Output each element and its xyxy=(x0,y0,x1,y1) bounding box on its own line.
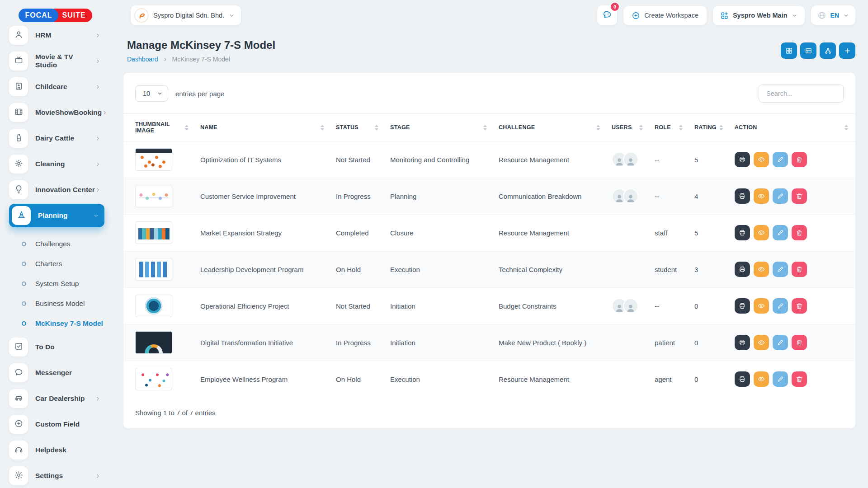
column-header-users[interactable]: USERS xyxy=(607,114,650,141)
headset-icon xyxy=(14,445,24,456)
language-selector[interactable]: EN xyxy=(811,5,855,25)
edit-button[interactable] xyxy=(773,188,788,204)
user-avatar-icon xyxy=(623,188,638,204)
sidebar-item-movieshowbooking[interactable]: MovieShowBooking xyxy=(9,101,104,124)
sidebar-icon-box xyxy=(9,415,28,434)
cell-stage: Planning xyxy=(386,178,494,215)
sort-icon xyxy=(321,125,324,131)
sidebar-subitem-mckinsey-7-s-model[interactable]: McKinsey 7-S Model xyxy=(9,314,104,333)
table-row: Operational Efficiency Project Not Start… xyxy=(123,288,855,324)
breadcrumb-dashboard-link[interactable]: Dashboard xyxy=(127,56,158,63)
sidebar-item-helpdesk[interactable]: Helpdesk xyxy=(9,438,104,462)
delete-button[interactable] xyxy=(792,225,807,240)
print-button[interactable] xyxy=(735,188,750,204)
column-header-rating[interactable]: RATING xyxy=(690,114,730,141)
bulb-icon xyxy=(14,184,24,196)
sidebar-item-dairy-cattle[interactable]: Dairy Cattle xyxy=(9,127,104,150)
sidebar-item-messenger[interactable]: Messenger xyxy=(9,361,104,385)
sidebar-item-settings[interactable]: Settings xyxy=(9,464,104,488)
column-header-role[interactable]: ROLE xyxy=(650,114,690,141)
chevron-down-icon xyxy=(792,13,797,19)
sidebar-item-custom-field[interactable]: Custom Field xyxy=(9,413,104,436)
edit-button[interactable] xyxy=(773,152,788,167)
view-button[interactable] xyxy=(754,298,769,314)
edit-button[interactable] xyxy=(773,335,788,350)
sidebar-item-car-dealership[interactable]: Car Dealership xyxy=(9,387,104,410)
thumbnail-image xyxy=(135,148,172,171)
sidebar-subitem-system-setup[interactable]: System Setup xyxy=(9,274,104,294)
workspace-name: Syspro Digital Sdn. Bhd. xyxy=(153,12,224,19)
sidebar-item-movie-tv-studio[interactable]: Movie & TV Studio xyxy=(9,49,104,73)
notification-badge: 0 xyxy=(611,3,619,11)
sidebar-icon-box xyxy=(9,441,28,460)
workspace-selector[interactable]: Syspro Digital Sdn. Bhd. xyxy=(131,5,241,25)
view-button[interactable] xyxy=(754,335,769,350)
column-header-action[interactable]: ACTION xyxy=(730,114,855,141)
print-button[interactable] xyxy=(735,371,750,387)
hierarchy-view-button[interactable] xyxy=(820,42,836,59)
sidebar-item-planning[interactable]: Planning xyxy=(9,204,104,227)
delete-button[interactable] xyxy=(792,188,807,204)
chat-bubble-icon xyxy=(602,9,612,21)
edit-button[interactable] xyxy=(773,371,788,387)
print-button[interactable] xyxy=(735,298,750,314)
edit-button[interactable] xyxy=(773,262,788,277)
view-button[interactable] xyxy=(754,262,769,277)
sidebar-item-hrm[interactable]: HRM xyxy=(9,23,104,47)
delete-button[interactable] xyxy=(792,262,807,277)
view-button[interactable] xyxy=(754,152,769,167)
table-view-button[interactable] xyxy=(800,42,816,59)
sidebar-item-innovation-center[interactable]: Innovation Center xyxy=(9,178,104,202)
view-button[interactable] xyxy=(754,188,769,204)
grid-view-button[interactable] xyxy=(781,42,797,59)
plus-circle-icon xyxy=(14,419,24,430)
records-table: THUMBNAIL IMAGENAMESTATUSSTAGECHALLENGEU… xyxy=(123,113,855,397)
add-new-button[interactable] xyxy=(839,42,855,59)
sort-icon xyxy=(639,125,643,131)
cell-rating: 5 xyxy=(690,141,730,178)
cell-role: -- xyxy=(650,178,690,215)
print-button[interactable] xyxy=(735,152,750,167)
messenger-button[interactable]: 0 xyxy=(597,5,617,25)
sidebar-subitem-charters[interactable]: Charters xyxy=(9,254,104,274)
planning-submenu: Challenges Charters System Setup Busines… xyxy=(9,230,104,335)
edit-button[interactable] xyxy=(773,298,788,314)
delete-button[interactable] xyxy=(792,371,807,387)
sidebar-icon-box xyxy=(9,466,28,485)
cell-role: student xyxy=(650,251,690,288)
sidebar-subitem-business-model[interactable]: Business Model xyxy=(9,294,104,314)
sort-icon xyxy=(596,125,600,131)
chevron-right-icon xyxy=(95,58,101,64)
cell-name: Employee Wellness Program xyxy=(196,361,331,398)
cell-challenge: Budget Constraints xyxy=(494,288,607,324)
delete-button[interactable] xyxy=(792,335,807,350)
cell-stage: Initiation xyxy=(386,288,494,324)
delete-button[interactable] xyxy=(792,298,807,314)
column-header-thumbnail-image[interactable]: THUMBNAIL IMAGE xyxy=(123,114,196,141)
delete-button[interactable] xyxy=(792,152,807,167)
sidebar-subitem-challenges[interactable]: Challenges xyxy=(9,234,104,254)
view-button[interactable] xyxy=(754,371,769,387)
print-button[interactable] xyxy=(735,335,750,350)
entries-per-page-select[interactable]: 10 xyxy=(135,85,168,102)
sidebar-item-cleaning[interactable]: Cleaning xyxy=(9,152,104,176)
sidebar-subitem-label: Charters xyxy=(35,260,62,268)
bottle-icon xyxy=(14,133,24,144)
edit-button[interactable] xyxy=(773,225,788,240)
cell-challenge: Make New Product ( Bookly ) xyxy=(494,324,607,361)
sidebar-item-childcare[interactable]: Childcare xyxy=(9,75,104,99)
print-button[interactable] xyxy=(735,225,750,240)
cell-rating: 5 xyxy=(690,215,730,251)
print-button[interactable] xyxy=(735,262,750,277)
create-workspace-button[interactable]: Create Workspace xyxy=(623,6,707,25)
column-header-name[interactable]: NAME xyxy=(196,114,331,141)
view-button[interactable] xyxy=(754,225,769,240)
search-input[interactable] xyxy=(759,84,844,103)
sidebar-item-to-do[interactable]: To Do xyxy=(9,335,104,359)
app-switcher[interactable]: Syspro Web Main xyxy=(713,6,805,25)
column-header-challenge[interactable]: CHALLENGE xyxy=(494,114,607,141)
sidebar-item-label: Movie & TV Studio xyxy=(35,53,95,69)
sort-icon xyxy=(375,125,378,131)
column-header-stage[interactable]: STAGE xyxy=(386,114,494,141)
column-header-status[interactable]: STATUS xyxy=(331,114,386,141)
